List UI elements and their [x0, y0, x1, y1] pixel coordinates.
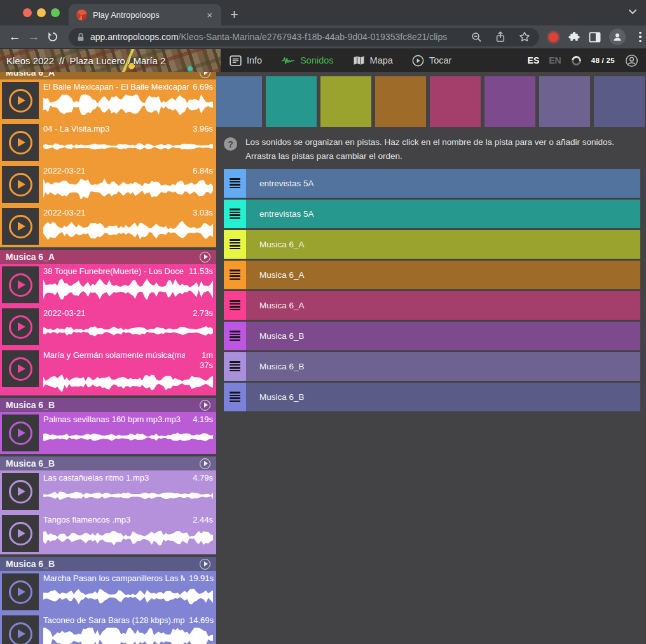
- track-color-swatch[interactable]: [375, 76, 426, 127]
- breadcrumb[interactable]: Kleos 2022 // Plaza Lucero / María 2: [6, 49, 165, 72]
- clip-play-button[interactable]: [2, 473, 39, 510]
- back-button[interactable]: ←: [5, 27, 24, 46]
- track-drag-handle[interactable]: [224, 383, 246, 411]
- forward-button[interactable]: →: [24, 27, 43, 46]
- track-row[interactable]: Musica 6_A: [224, 291, 640, 320]
- section-clips: Las castañuelas ritmo 1.mp3 4.79s Tangos…: [0, 470, 216, 554]
- track-row[interactable]: entrevistas 5A: [224, 200, 640, 228]
- section-play-icon[interactable]: [200, 458, 210, 469]
- extensions-puzzle-icon[interactable]: [568, 31, 581, 43]
- track-drag-handle[interactable]: [224, 291, 246, 320]
- share-icon[interactable]: [495, 31, 505, 43]
- clip-play-button[interactable]: [2, 615, 39, 644]
- tab-tocar[interactable]: Tocar: [412, 55, 451, 67]
- track-drag-handle[interactable]: [224, 261, 246, 289]
- section-clips: El Baile Mexicapan - El Baile Mexicapan.…: [0, 79, 216, 247]
- track-color-swatch[interactable]: [484, 76, 535, 127]
- track-drag-handle[interactable]: [224, 230, 246, 259]
- track-drag-handle[interactable]: [224, 200, 246, 228]
- track-bar[interactable]: entrevistas 5A: [246, 200, 640, 228]
- clip-play-button[interactable]: [2, 308, 39, 345]
- language-en[interactable]: EN: [549, 55, 561, 65]
- account-icon[interactable]: [625, 54, 638, 67]
- browser-profile-avatar[interactable]: [609, 29, 626, 45]
- section-header[interactable]: Musica 6_B: [0, 456, 216, 470]
- recording-indicator-icon[interactable]: [549, 32, 558, 42]
- track-color-swatch[interactable]: [539, 76, 590, 127]
- language-es[interactable]: ES: [528, 55, 540, 65]
- tab-search-chevron-icon[interactable]: [628, 9, 637, 15]
- track-color-swatch[interactable]: [216, 76, 262, 127]
- clip-play-button[interactable]: [2, 350, 39, 387]
- clip-play-button[interactable]: [2, 166, 39, 203]
- map-thumbnail[interactable]: Kleos 2022 // Plaza Lucero / María 2: [0, 49, 221, 72]
- track-bar[interactable]: Musica 6_B: [246, 383, 640, 411]
- reload-button[interactable]: [43, 27, 62, 46]
- bookmark-star-icon[interactable]: [519, 31, 530, 43]
- track-drag-handle[interactable]: [224, 352, 246, 381]
- track-drag-handle[interactable]: [224, 322, 246, 350]
- section-play-icon[interactable]: [200, 400, 210, 411]
- track-color-swatch[interactable]: [266, 76, 317, 127]
- new-tab-button[interactable]: +: [221, 8, 247, 25]
- track-bar[interactable]: entrevistas 5A: [246, 169, 640, 198]
- clip-play-button[interactable]: [2, 208, 39, 245]
- track-name: Musica 6_A: [259, 270, 305, 280]
- clip-play-button[interactable]: [2, 124, 39, 161]
- section-header[interactable]: Musica 6_A: [0, 250, 216, 264]
- tab-sonidos[interactable]: Sonidos: [281, 55, 333, 65]
- section-play-icon[interactable]: [200, 252, 210, 263]
- tab-close-icon[interactable]: ×: [204, 9, 215, 21]
- play-triangle-icon: [18, 428, 25, 437]
- track-row[interactable]: Musica 6_A: [224, 261, 640, 289]
- track-row[interactable]: Musica 6_B: [224, 352, 640, 381]
- maximize-window-button[interactable]: [51, 8, 60, 17]
- breadcrumb-project[interactable]: Kleos 2022: [6, 55, 54, 66]
- clip-play-button[interactable]: [2, 573, 39, 610]
- zoom-out-icon[interactable]: [471, 32, 482, 43]
- track-row[interactable]: Musica 6_B: [224, 383, 640, 411]
- section-header[interactable]: Musica 6_A: [0, 72, 216, 79]
- track-row[interactable]: Musica 6_B: [224, 322, 640, 350]
- clip-play-button[interactable]: [2, 82, 39, 119]
- section-header[interactable]: Musica 6_B: [0, 557, 216, 571]
- clip-play-button[interactable]: [2, 414, 39, 451]
- tab-info[interactable]: Info: [230, 55, 262, 66]
- clip-waveform: [43, 485, 213, 506]
- track-row[interactable]: Musica 6_A: [224, 230, 640, 259]
- breadcrumb-location: Plaza Lucero / María 2: [69, 55, 165, 66]
- clip-play-button[interactable]: [2, 266, 39, 303]
- tab-mapa[interactable]: Mapa: [353, 55, 393, 65]
- close-window-button[interactable]: [23, 8, 32, 17]
- minimize-window-button[interactable]: [37, 8, 46, 17]
- browser-menu-icon[interactable]: [634, 29, 646, 45]
- clip-main: El Baile Mexicapan - El Baile Mexicapan.…: [43, 82, 213, 119]
- nav-label: Sonidos: [300, 55, 333, 65]
- section-play-icon[interactable]: [200, 559, 210, 570]
- track-color-swatch[interactable]: [320, 76, 371, 127]
- clip-name: Las castañuelas ritmo 1.mp3: [43, 473, 189, 483]
- clip-main: 2022-03-21 2.73s: [43, 308, 213, 345]
- track-bar[interactable]: Musica 6_B: [246, 322, 640, 350]
- track-name: Musica 6_B: [259, 331, 305, 341]
- side-panel-icon[interactable]: [589, 32, 601, 43]
- track-bar[interactable]: Musica 6_B: [246, 352, 640, 381]
- track-color-swatch[interactable]: [430, 76, 481, 127]
- play-triangle-icon: [18, 529, 25, 538]
- track-row[interactable]: entrevistas 5A: [224, 169, 640, 198]
- track-section: Musica 6_B Marcha Pasan los campanillero…: [0, 557, 216, 644]
- clip-item: 2022-03-21 6.84s: [2, 166, 213, 203]
- section-play-icon[interactable]: [200, 72, 210, 78]
- track-color-swatch[interactable]: [594, 76, 645, 127]
- track-bar[interactable]: Musica 6_A: [246, 261, 640, 289]
- browser-tab[interactable]: Play Antropoloops ×: [69, 4, 221, 25]
- track-bar[interactable]: Musica 6_A: [246, 291, 640, 320]
- address-bar[interactable]: app.antropoloops.com/Kleos-Santa-Marina/…: [69, 28, 539, 46]
- track-drag-handle[interactable]: [224, 169, 246, 198]
- clip-item: 2022-03-21 2.73s: [2, 308, 213, 345]
- clip-play-button[interactable]: [2, 515, 39, 552]
- clip-name: 2022-03-21: [43, 208, 189, 218]
- track-bar[interactable]: Musica 6_A: [246, 230, 640, 259]
- section-header[interactable]: Musica 6_B: [0, 398, 216, 412]
- clip-duration: 3.03s: [193, 208, 213, 218]
